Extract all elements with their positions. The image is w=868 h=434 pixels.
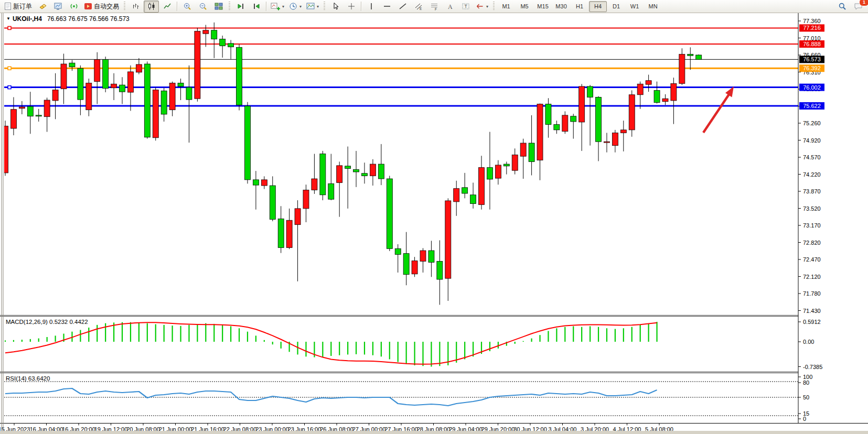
price-tick-label: 72.820 — [803, 240, 821, 246]
timeframe-button-d1[interactable]: D1 — [607, 1, 625, 12]
signal-icon — [70, 2, 78, 10]
line-handle[interactable] — [8, 67, 11, 70]
candle-body — [337, 166, 342, 183]
candle-body — [144, 64, 150, 137]
candle-body — [428, 251, 434, 262]
chevron-down-icon: ▾ — [317, 4, 319, 9]
channel-button[interactable]: E — [411, 1, 426, 13]
tile-windows-icon — [215, 2, 223, 10]
price-axis[interactable]: 77.36077.01076.66076.31075.96075.61075.2… — [798, 13, 868, 424]
candle-body — [328, 183, 334, 199]
toolbar-right-group: 1 — [834, 1, 866, 13]
macd-tick-label: -0.7385 — [803, 364, 822, 370]
candle-body — [19, 107, 25, 108]
bar-chart-button[interactable] — [128, 1, 143, 13]
price-tick-label: 74.570 — [803, 154, 821, 160]
rsi-tick-label: 80 — [803, 379, 809, 386]
price-tick-label: 77.360 — [803, 18, 821, 24]
candle-body — [169, 83, 175, 110]
chevron-down-icon: ▾ — [299, 4, 302, 9]
indicators-button[interactable]: ▾ — [269, 1, 286, 13]
candle-body — [161, 91, 167, 114]
timeframe-button-m1[interactable]: M1 — [497, 1, 515, 12]
fibonacci-button[interactable]: F — [426, 1, 442, 13]
candle-body — [61, 64, 67, 89]
candle-body — [378, 164, 384, 179]
rsi-tick-label: 0 — [803, 416, 806, 422]
price-tick-label: 71.430 — [803, 308, 821, 314]
candle-body — [237, 47, 242, 105]
timeframe-button-m15[interactable]: M15 — [534, 1, 552, 12]
search-icon — [838, 2, 846, 10]
svg-text:77.216: 77.216 — [803, 25, 821, 31]
crosshair-button[interactable] — [344, 1, 359, 13]
notifications-button[interactable]: 1 — [851, 1, 866, 13]
gold-button[interactable] — [35, 1, 50, 13]
candle-body — [696, 55, 702, 59]
candle-body — [36, 115, 41, 116]
search-button[interactable] — [834, 1, 850, 13]
price-tick-label: 72.120 — [803, 274, 821, 280]
zoom-in-button[interactable] — [179, 1, 195, 13]
chart-shift-button[interactable] — [249, 1, 264, 13]
timeframe-button-m30[interactable]: M30 — [552, 1, 570, 12]
auto-scroll-button[interactable] — [233, 1, 248, 13]
candle-body — [562, 115, 568, 132]
signal-button[interactable] — [66, 1, 81, 13]
window-bottom-edge — [0, 431, 868, 434]
price-tick-label: 73.170 — [803, 222, 821, 229]
timeframe-button-m5[interactable]: M5 — [516, 1, 533, 12]
horizontal-line-button[interactable] — [379, 1, 394, 13]
tile-windows-button[interactable] — [211, 1, 226, 13]
candle-body — [654, 90, 660, 102]
shapes-button[interactable]: ▾ — [474, 1, 490, 13]
candle-body — [503, 164, 509, 166]
candle-body — [387, 179, 392, 248]
timeframe-button-w1[interactable]: W1 — [626, 1, 644, 12]
label-button[interactable]: T — [458, 1, 473, 13]
candle-body — [679, 54, 685, 83]
candlestick-icon — [147, 2, 156, 10]
line-handle[interactable] — [8, 26, 11, 29]
toolbar-grip — [324, 2, 325, 11]
gold-icon — [38, 2, 47, 10]
candle-body — [537, 104, 543, 160]
text-button[interactable]: A — [442, 1, 457, 13]
templates-button[interactable]: ▾ — [304, 1, 321, 13]
price-chart-canvas[interactable]: 77.36077.01076.66076.31075.96075.61075.2… — [0, 13, 868, 434]
chevron-down-icon: ▾ — [282, 4, 284, 9]
candle-body — [195, 31, 200, 99]
svg-text:75.622: 75.622 — [803, 103, 821, 109]
auto-trading-button-label: 自动交易 — [94, 2, 119, 11]
new-order-button[interactable]: 新订单 — [2, 1, 34, 13]
zoom-in-icon — [183, 2, 191, 10]
svg-text:76.002: 76.002 — [803, 84, 821, 91]
line-chart-button[interactable] — [159, 1, 175, 13]
candle-body — [111, 84, 117, 88]
auto-scroll-icon — [237, 2, 245, 10]
candle-body — [688, 54, 693, 56]
auto-trading-button[interactable]: 自动交易 — [82, 1, 121, 13]
symbol-dropdown-icon[interactable]: ▼ — [6, 16, 10, 21]
timeframe-clock-button[interactable]: ▾ — [287, 1, 304, 13]
terminal-button[interactable] — [50, 1, 66, 13]
candle-body — [120, 85, 125, 92]
candle-body — [203, 30, 209, 34]
vertical-line-button[interactable] — [363, 1, 379, 13]
timeframe-button-h4[interactable]: H4 — [589, 1, 607, 12]
candle-body — [470, 195, 476, 204]
zoom-out-button[interactable] — [195, 1, 210, 13]
cursor-button[interactable] — [328, 1, 343, 13]
candle-body — [671, 83, 677, 101]
candlestick-button[interactable] — [144, 1, 159, 13]
timeframe-button-mn[interactable]: MN — [644, 1, 662, 12]
toolbar-separator — [177, 2, 177, 11]
candle-body — [479, 168, 485, 205]
candle-body — [495, 165, 501, 178]
trendline-button[interactable] — [395, 1, 410, 13]
toolbar-grip — [124, 2, 125, 11]
line-handle[interactable] — [8, 86, 11, 89]
chart-window[interactable]: 77.36077.01076.66076.31075.96075.61075.2… — [0, 13, 868, 434]
timeframe-button-h1[interactable]: H1 — [571, 1, 588, 12]
horizontal-line-icon — [383, 2, 391, 10]
